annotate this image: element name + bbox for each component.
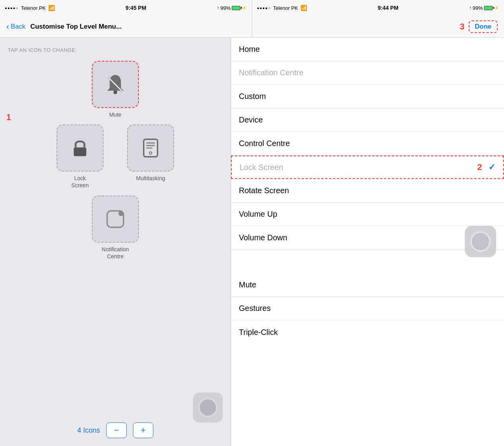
notification-icon — [103, 207, 128, 232]
step2-badge: 2 — [477, 162, 482, 172]
menu-item-gestures[interactable]: Gestures — [231, 297, 504, 320]
multitasking-icon — [138, 135, 163, 161]
icon-item-multitasking[interactable]: Multitasking — [127, 124, 174, 189]
wifi-icon-right: 📶 — [300, 5, 307, 11]
svg-rect-7 — [146, 145, 155, 146]
location-icon-right: ↑ — [469, 5, 471, 11]
tap-instruction: TAP AN ICON TO CHANGE: — [8, 47, 223, 53]
location-icon-left: ↑ — [217, 5, 219, 11]
menu-item-notification-centre-label: Notification Centre — [239, 68, 304, 77]
back-label: Back — [11, 23, 25, 31]
back-chevron-icon: ‹ — [6, 22, 9, 31]
icon-box-mute[interactable] — [92, 61, 139, 108]
carrier-right: Telenor PK — [273, 5, 298, 11]
menu-item-rotate-screen[interactable]: Rotate Screen — [231, 179, 504, 203]
done-button[interactable]: Done — [469, 20, 498, 33]
icon-item-lockscreen[interactable]: LockScreen — [56, 124, 104, 189]
battery-pct-left: 99% — [220, 5, 231, 11]
bolt-right: ⚡ — [494, 5, 499, 11]
svg-rect-6 — [146, 143, 155, 144]
icon-item-mute[interactable]: Mute — [92, 61, 139, 118]
icons-count: 4 Icons — [77, 426, 100, 435]
status-bar-right: ●●●●○ Telenor PK 📶 9:44 PM ↑ 99% ⚡ — [252, 0, 504, 16]
status-bar-left: ●●●●○ Telenor PK 📶 9:45 PM ↑ 99% ⚡ — [0, 0, 252, 16]
icons-row-2: LockScreen — [8, 124, 223, 189]
assistive-circle-left — [198, 398, 217, 417]
nav-right-group: 3 Done — [457, 20, 498, 33]
menu-item-control-centre-label: Control Centre — [239, 139, 290, 148]
svg-rect-3 — [74, 148, 86, 156]
assistive-circle-right — [470, 231, 491, 252]
icon-box-multitasking[interactable] — [127, 124, 174, 172]
time-left: 9:45 PM — [126, 5, 146, 11]
plus-button[interactable]: + — [133, 422, 153, 438]
battery-icon-right — [484, 6, 493, 10]
time-right: 9:44 PM — [378, 5, 398, 11]
assistive-touch-button-right[interactable] — [465, 226, 496, 257]
icons-grid: Mute LockScreen — [8, 61, 223, 440]
menu-item-home[interactable]: Home — [231, 38, 504, 61]
multitasking-label: Multitasking — [136, 175, 165, 182]
mute-label: Mute — [109, 111, 121, 118]
bottom-bar: 4 Icons − + — [0, 422, 231, 438]
right-panel: Home Notification Centre Custom Device C… — [231, 38, 504, 446]
lock-icon — [67, 135, 93, 161]
menu-item-custom-label: Custom — [239, 92, 266, 101]
wifi-icon-left: 📶 — [48, 5, 55, 11]
nav-bars: ‹ Back Customise Top Level Menu... 3 Don… — [0, 16, 504, 38]
battery-icon-left — [232, 6, 240, 10]
menu-item-lock-screen[interactable]: Lock Screen 2 ✓ — [231, 155, 504, 179]
menu-item-gestures-label: Gestures — [239, 304, 271, 313]
back-button[interactable]: ‹ Back — [6, 22, 25, 31]
carrier-left: Telenor PK — [21, 5, 46, 11]
menu-item-volume-up[interactable]: Volume Up — [231, 203, 504, 226]
menu-item-triple-click-label: Triple-Click — [239, 328, 278, 337]
menu-item-device[interactable]: Device — [231, 108, 504, 132]
nav-bar-left: ‹ Back Customise Top Level Menu... — [0, 16, 252, 37]
svg-rect-8 — [146, 148, 153, 149]
menu-item-lock-screen-label: Lock Screen — [240, 163, 283, 172]
icon-box-notification[interactable] — [92, 196, 139, 243]
lockscreen-label: LockScreen — [71, 175, 89, 189]
menu-list: Home Notification Centre Custom Device C… — [231, 38, 504, 344]
main-content: TAP AN ICON TO CHANGE: 1 — [0, 38, 504, 446]
step3-badge: 3 — [460, 22, 464, 32]
signal-dots-right: ●●●●○ — [257, 6, 271, 10]
step1-badge: 1 — [6, 112, 11, 122]
icon-box-lockscreen[interactable] — [56, 124, 104, 172]
left-panel: TAP AN ICON TO CHANGE: 1 — [0, 38, 231, 446]
minus-button[interactable]: − — [106, 422, 127, 438]
icon-item-notification[interactable]: NotificationCentre — [92, 196, 139, 260]
nav-bar-right: 3 Done — [252, 16, 504, 37]
status-bars: ●●●●○ Telenor PK 📶 9:45 PM ↑ 99% ⚡ ●●●●○… — [0, 0, 504, 16]
menu-item-volume-up-label: Volume Up — [239, 210, 277, 219]
menu-item-rotate-screen-label: Rotate Screen — [239, 186, 289, 195]
signal-dots-left: ●●●●○ — [5, 6, 18, 10]
nav-title: Customise Top Level Menu... — [30, 23, 122, 31]
menu-item-device-label: Device — [239, 115, 263, 124]
menu-item-mute[interactable]: Mute — [231, 273, 504, 297]
svg-point-0 — [113, 90, 117, 94]
menu-item-triple-click[interactable]: Triple-Click — [231, 320, 504, 344]
menu-item-volume-down[interactable]: Volume Down — [231, 226, 504, 250]
menu-item-control-centre[interactable]: Control Centre — [231, 132, 504, 155]
menu-item-volume-down-label: Volume Down — [239, 233, 287, 242]
svg-point-11 — [118, 211, 124, 216]
menu-item-notification-centre[interactable]: Notification Centre — [231, 61, 504, 85]
bolt-left: ⚡ — [242, 5, 247, 11]
menu-item-mute-label: Mute — [239, 280, 256, 289]
notification-label: NotificationCentre — [102, 246, 129, 260]
mute-icon — [103, 72, 128, 97]
menu-item-custom[interactable]: Custom — [231, 85, 504, 108]
assistive-touch-button-left[interactable] — [193, 393, 223, 422]
check-icon: ✓ — [488, 162, 495, 172]
battery-pct-right: 99% — [473, 5, 483, 11]
menu-item-home-label: Home — [239, 45, 260, 54]
